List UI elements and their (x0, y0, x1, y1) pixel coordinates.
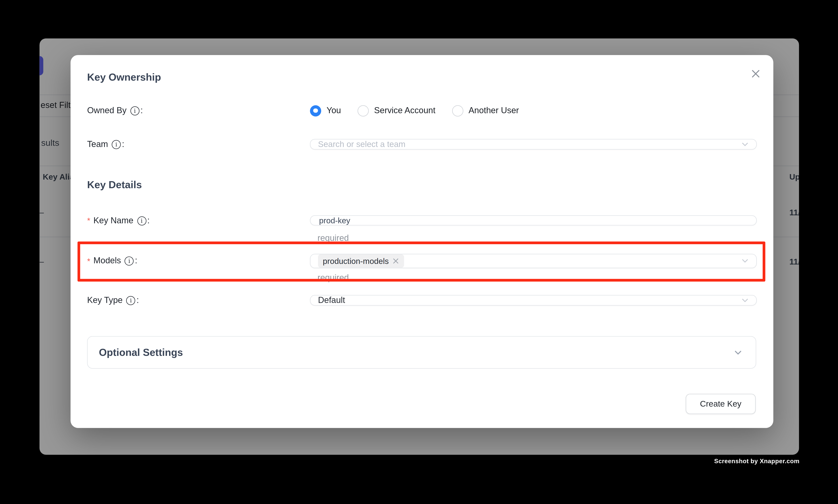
key-type-selected-value: Default (318, 295, 345, 305)
radio-unselected-icon[interactable] (357, 105, 369, 116)
radio-label: Service Account (374, 106, 435, 115)
info-icon[interactable] (137, 216, 146, 225)
create-key-modal: Key Ownership Owned By : You (70, 55, 773, 428)
create-key-button[interactable]: Create Key (686, 394, 756, 414)
radio-option-service-account[interactable]: Service Account (357, 105, 435, 116)
owned-by-row: Owned By : You Service Account (87, 100, 757, 121)
chevron-down-icon (741, 140, 749, 148)
label-colon: : (137, 295, 139, 305)
key-type-row: Key Type : Default (87, 289, 757, 311)
chevron-down-icon (741, 256, 749, 265)
close-icon (750, 68, 761, 79)
key-name-validation-text: required (318, 233, 349, 243)
team-row: Team : Search or select a team (87, 133, 757, 155)
info-icon[interactable] (130, 106, 139, 115)
radio-unselected-icon[interactable] (452, 105, 463, 116)
models-row: * Models : production-models (87, 249, 757, 272)
required-asterisk: * (87, 256, 90, 266)
radio-option-another-user[interactable]: Another User (452, 105, 519, 116)
chevron-down-icon (741, 296, 749, 305)
models-multiselect[interactable]: production-models (310, 254, 757, 268)
remove-tag-button[interactable] (392, 257, 399, 264)
label-colon: : (147, 216, 149, 225)
remove-tag-x-icon (392, 257, 399, 264)
radio-option-you[interactable]: You (310, 105, 341, 116)
models-label: * Models : (87, 256, 310, 266)
label-colon: : (135, 256, 137, 266)
modal-title: Key Ownership (87, 72, 161, 83)
radio-label: Another User (468, 106, 519, 115)
owned-by-label-text: Owned By (87, 106, 126, 115)
team-label: Team : (87, 139, 310, 149)
info-icon[interactable] (112, 140, 121, 149)
selected-model-tag: production-models (318, 254, 404, 267)
label-colon: : (122, 139, 124, 149)
team-select-placeholder: Search or select a team (318, 139, 406, 149)
models-validation-text: required (318, 273, 349, 283)
owned-by-label: Owned By : (87, 106, 310, 115)
required-asterisk: * (87, 216, 90, 225)
watermark-text: Screenshot by Xnapper.com (714, 458, 800, 464)
radio-label: You (326, 106, 341, 115)
key-details-heading: Key Details (87, 179, 142, 191)
key-name-label: * Key Name : (87, 216, 310, 225)
chevron-down-icon (733, 348, 743, 357)
info-icon[interactable] (126, 296, 136, 305)
key-name-row: * Key Name : (87, 209, 757, 232)
radio-selected-icon[interactable] (310, 105, 321, 116)
model-tag-label: production-models (323, 256, 389, 266)
key-type-select[interactable]: Default (310, 295, 757, 306)
owned-by-radio-group: You Service Account Another User (310, 105, 519, 116)
key-type-label: Key Type : (87, 295, 310, 305)
key-name-label-text: Key Name (93, 216, 133, 225)
models-label-text: Models (93, 256, 121, 266)
key-type-label-text: Key Type (87, 295, 123, 305)
team-select[interactable]: Search or select a team (310, 139, 757, 150)
optional-settings-label: Optional Settings (99, 346, 183, 358)
key-name-input[interactable] (310, 215, 757, 226)
label-colon: : (140, 106, 143, 115)
close-button[interactable] (749, 67, 763, 80)
screenshot-stage: eset Filt sults Key Alia Up — 11/ — 11/ … (0, 0, 838, 504)
team-label-text: Team (87, 139, 108, 149)
optional-settings-accordion[interactable]: Optional Settings (87, 336, 756, 369)
info-icon[interactable] (125, 256, 134, 266)
